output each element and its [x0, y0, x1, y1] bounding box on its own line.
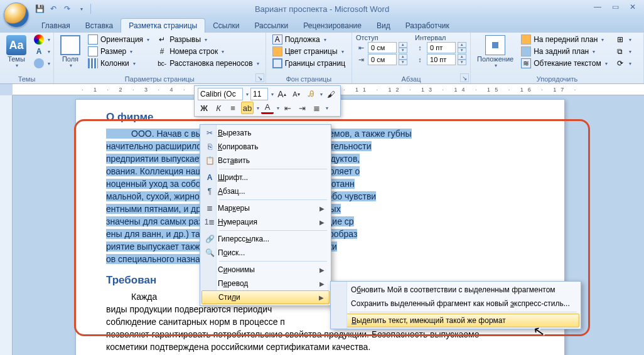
- position-icon: [485, 35, 505, 55]
- copy-icon: ⎘: [201, 142, 218, 151]
- office-button[interactable]: [4, 3, 29, 28]
- save-icon[interactable]: 💾: [34, 3, 45, 14]
- ctx-translate[interactable]: Перевод▶: [201, 277, 330, 290]
- tab-view[interactable]: Вид: [369, 19, 398, 33]
- ctx-bullets[interactable]: ≣Маркеры▶: [201, 201, 330, 215]
- orientation-button[interactable]: Ориентация▾: [85, 34, 152, 45]
- bullets-icon: ≣: [201, 204, 218, 213]
- ctx-cut[interactable]: ✂Вырезать: [201, 126, 330, 140]
- page-color-button[interactable]: Цвет страницы▾: [270, 46, 348, 57]
- text-wrap-button[interactable]: ≋Обтекание текстом▾: [518, 58, 609, 69]
- send-back-button[interactable]: На задний план▾: [518, 46, 609, 57]
- minimize-button[interactable]: —: [590, 1, 605, 13]
- ctx-paragraph[interactable]: ¶Абзац...: [201, 184, 330, 198]
- theme-effects-button[interactable]: ▾: [31, 58, 53, 69]
- tab-page-layout[interactable]: Разметка страницы: [121, 18, 205, 33]
- hyperlink-icon: 🔗: [201, 235, 218, 243]
- mini-size-dd[interactable]: ▾: [271, 92, 274, 97]
- theme-fonts-button[interactable]: A▾: [31, 46, 53, 57]
- align-center-icon[interactable]: ≡: [227, 102, 239, 114]
- increase-indent-icon[interactable]: ⇥: [296, 102, 308, 114]
- tab-review[interactable]: Рецензирование: [296, 19, 369, 33]
- tab-developer[interactable]: Разработчик: [398, 19, 457, 33]
- hyphenation-button[interactable]: bc‑Расстановка переносов▾: [154, 58, 262, 69]
- columns-button[interactable]: Колонки▾: [85, 58, 152, 69]
- bold-icon[interactable]: Ж: [198, 102, 210, 114]
- group-label: Темы: [4, 74, 50, 83]
- sub-save-style[interactable]: Сохранить выделенный фрагмент как новый …: [332, 297, 579, 310]
- group-label: Параметры страницы: [58, 74, 262, 83]
- redo-icon[interactable]: ↷: [62, 3, 73, 14]
- fonts-icon: A: [34, 46, 44, 56]
- window-title: Вариант проспекта - Microsoft Word: [255, 4, 389, 14]
- tab-insert[interactable]: Вставка: [78, 19, 121, 33]
- group-label: Фон страницы: [270, 74, 348, 83]
- styles-icon[interactable]: Ꭿ: [304, 88, 317, 100]
- paste-icon: 📋: [201, 156, 218, 165]
- find-icon: 🔍: [201, 248, 218, 257]
- format-painter-icon[interactable]: 🖌: [325, 88, 337, 100]
- theme-colors-button[interactable]: ▾: [31, 34, 53, 45]
- vertical-ruler[interactable]: [0, 95, 13, 355]
- ctx-synonyms[interactable]: Синонимы▶: [201, 263, 330, 277]
- size-icon: [88, 46, 98, 56]
- indent-left-icon: ⇤: [356, 43, 366, 53]
- position-button[interactable]: Положение▾: [475, 34, 516, 70]
- watermark-button[interactable]: AПодложка▾: [270, 34, 348, 45]
- ctx-copy[interactable]: ⎘Копировать: [201, 140, 330, 154]
- tab-references[interactable]: Ссылки: [205, 19, 247, 33]
- ctx-numbering[interactable]: 1≣Нумерация▶: [201, 215, 330, 229]
- bring-front-icon: [521, 34, 531, 45]
- decrease-indent-icon[interactable]: ⇤: [281, 102, 294, 114]
- text-wrap-icon: ≋: [521, 58, 531, 68]
- ribbon: Aa Темы ▾ ▾ A▾ ▾ Темы Поля▾ Ориентация▾ …: [0, 33, 644, 84]
- rotate-icon: ⟳: [615, 58, 625, 68]
- tab-mailings[interactable]: Рассылки: [247, 19, 296, 33]
- group-label: Упорядочить: [475, 74, 640, 83]
- grow-font-icon[interactable]: A▴: [276, 88, 288, 100]
- mini-font-size[interactable]: [250, 88, 268, 100]
- ctx-paste[interactable]: 📋Вставить: [201, 154, 330, 167]
- align-button[interactable]: ⊞▾: [613, 34, 634, 45]
- tab-home[interactable]: Главная: [34, 19, 78, 33]
- group-objects-button[interactable]: ⧉▾: [613, 46, 634, 57]
- bullets-icon[interactable]: ≣: [310, 102, 323, 114]
- maximize-button[interactable]: ▭: [608, 1, 623, 13]
- undo-icon[interactable]: ↶: [48, 3, 59, 14]
- ctx-styles[interactable]: Стили▶: [201, 290, 330, 304]
- close-button[interactable]: ✕: [625, 1, 640, 13]
- page-setup-dialog[interactable]: ↘: [255, 73, 264, 82]
- font-color-icon[interactable]: A: [261, 102, 274, 114]
- indent-left[interactable]: ⇤▴▾: [356, 42, 407, 53]
- space-before[interactable]: ↕▴▾: [415, 42, 466, 53]
- space-after-icon: ↕: [415, 55, 425, 65]
- effects-icon: [34, 58, 44, 68]
- shrink-font-icon[interactable]: A▾: [290, 88, 303, 100]
- font-icon: A: [201, 173, 218, 182]
- indent-right[interactable]: ⇥▴▾: [356, 54, 407, 65]
- space-after[interactable]: ↕▴▾: [415, 54, 466, 65]
- mini-font-dd[interactable]: ▾: [246, 92, 249, 97]
- sub-update-style[interactable]: Обновить Мой в соответствии с выделенным…: [332, 283, 579, 297]
- paragraph-dialog[interactable]: ↘: [460, 73, 469, 82]
- group-icon: ⧉: [615, 46, 625, 56]
- mini-font-name[interactable]: [198, 88, 243, 100]
- group-label: Абзац: [356, 74, 466, 83]
- ctx-find[interactable]: 🔍Поиск...: [201, 246, 330, 260]
- ctx-font[interactable]: AШрифт...: [201, 171, 330, 184]
- size-button[interactable]: Размер▾: [85, 46, 152, 57]
- page-borders-button[interactable]: Границы страниц: [270, 58, 348, 69]
- themes-button[interactable]: Aa Темы ▾: [4, 34, 29, 70]
- send-back-icon: [521, 46, 531, 56]
- colors-icon: [34, 34, 44, 45]
- qat-customize-icon[interactable]: ▾: [75, 3, 87, 14]
- line-numbers-button[interactable]: #Номера строк▾: [154, 46, 262, 57]
- italic-icon[interactable]: К: [212, 102, 225, 114]
- rotate-button[interactable]: ⟳▾: [613, 58, 634, 69]
- breaks-button[interactable]: ↵Разрывы▾: [154, 34, 262, 45]
- bring-front-button[interactable]: На передний план▾: [518, 34, 609, 45]
- ctx-hyperlink[interactable]: 🔗Гиперссылка...: [201, 232, 330, 246]
- margins-button[interactable]: Поля▾: [58, 34, 83, 70]
- highlight-icon[interactable]: ab: [241, 102, 254, 114]
- quick-access-toolbar: 💾 ↶ ↷ ▾: [34, 3, 92, 14]
